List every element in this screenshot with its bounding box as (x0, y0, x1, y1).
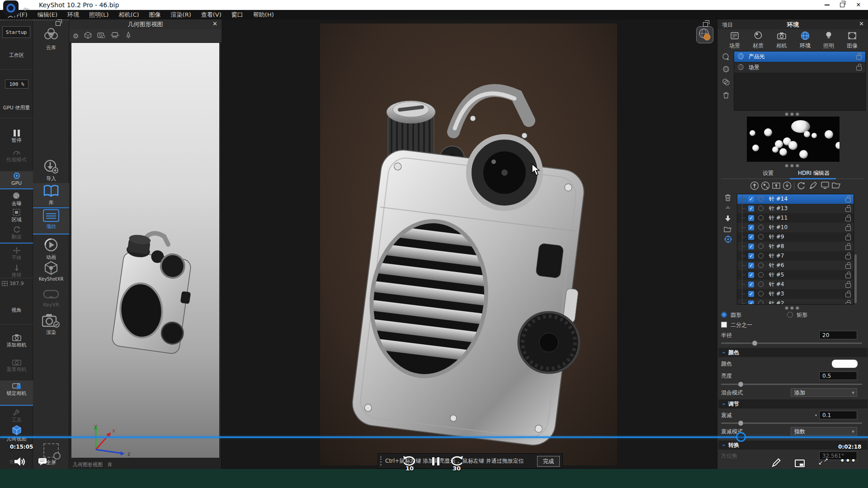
pin-radio[interactable] (758, 300, 764, 305)
tab-image[interactable]: 图像 (840, 31, 864, 50)
lock-icon[interactable] (845, 226, 851, 231)
gpu-mode-button[interactable]: GPU (0, 171, 33, 189)
dolly-button[interactable]: 推移 (0, 264, 33, 278)
move-pin-down-icon[interactable] (723, 215, 733, 225)
performance-mode-button[interactable]: 性能模式 (0, 149, 33, 163)
color-swatch[interactable] (832, 360, 858, 368)
close-panel-icon[interactable] (212, 20, 217, 27)
geometry-view-button[interactable]: 几何视图 (0, 425, 33, 442)
pause-button[interactable]: 暂停 (0, 130, 33, 144)
render-button[interactable]: 渲染 (33, 313, 69, 336)
video-progress-thumb[interactable] (736, 432, 746, 442)
pin-radio[interactable] (758, 196, 764, 202)
import-button[interactable]: 导入 (33, 160, 69, 182)
lock-icon[interactable] (845, 245, 851, 250)
tab-settings[interactable]: 设置 (763, 169, 774, 177)
menu-view[interactable]: 查看(V) (196, 11, 226, 19)
lock-icon[interactable] (856, 55, 862, 60)
pin-radio[interactable] (758, 263, 764, 268)
pin-checkbox[interactable] (748, 300, 754, 305)
geometry-viewport[interactable]: y x z (71, 43, 219, 458)
add-image-pin-icon[interactable] (772, 181, 781, 192)
tab-lighting[interactable]: 照明 (817, 31, 840, 50)
pin-checkbox[interactable] (748, 196, 754, 202)
denoise-button[interactable]: 去噪 (0, 192, 33, 207)
color-section-header[interactable]: 颜色 (718, 348, 868, 357)
pin-radio[interactable] (758, 234, 764, 239)
lock-icon[interactable] (856, 66, 862, 70)
lock-camera-button[interactable]: 锁定相机 (0, 380, 33, 406)
environment-library-icon[interactable] (721, 66, 731, 75)
environment-item-product-light[interactable]: 产品光 (734, 52, 865, 62)
lock-icon[interactable] (845, 283, 851, 288)
pin-checkbox[interactable] (748, 244, 754, 249)
tab-scene[interactable]: 场景 (723, 31, 746, 50)
tweak-hdri-icon[interactable] (809, 181, 818, 192)
shape-rect-radio[interactable]: 矩形 (787, 310, 807, 319)
skip-forward-button[interactable]: 30 (448, 455, 465, 472)
tab-library[interactable]: 库 (108, 462, 113, 468)
subtitle-button[interactable] (38, 458, 47, 467)
pin-radio[interactable] (758, 206, 764, 211)
keyvr-button[interactable]: KeyVR (33, 289, 69, 308)
lock-icon[interactable] (845, 302, 851, 305)
tab-material[interactable]: 材质 (746, 31, 770, 50)
menu-lighting[interactable]: 照明(L) (84, 11, 113, 19)
shape-circle-radio[interactable]: 圆形 (721, 312, 741, 318)
pin-checkbox[interactable] (748, 291, 754, 297)
pin-row-6[interactable]: 针 #6 (737, 261, 854, 270)
pin-row-8[interactable]: 针 #8 (737, 242, 854, 251)
lock-icon[interactable] (845, 293, 851, 297)
add-camera-button[interactable]: 添加相机 (0, 334, 33, 348)
tab-hdri-editor[interactable]: HDRI 编辑器 (798, 169, 830, 177)
pin-row-2[interactable]: 针 #2 (737, 299, 854, 305)
annotate-button[interactable] (771, 458, 781, 469)
splitter-handle[interactable]: ●●● (717, 163, 868, 168)
close-button[interactable] (852, 1, 865, 9)
move-pin-up-icon[interactable] (723, 205, 733, 215)
environment-item-scene[interactable]: 场景 (734, 62, 865, 73)
zoom-value-field[interactable]: 100 % (5, 80, 28, 89)
reset-dot-icon[interactable] (815, 414, 817, 416)
pin-checkbox[interactable] (748, 234, 754, 240)
delete-environment-icon[interactable] (721, 92, 731, 102)
settings-gear-icon[interactable]: ⚙ (73, 32, 79, 40)
tools-button[interactable]: 工具 (0, 409, 33, 423)
add-environment-icon[interactable] (721, 53, 731, 63)
minimize-button[interactable] (820, 1, 834, 9)
restore-button[interactable] (835, 1, 849, 9)
pan-button[interactable]: 平移 (0, 247, 33, 261)
tab-geometry-view[interactable]: 几何图形视图 (73, 462, 103, 468)
animation-button[interactable]: 动画 (33, 237, 69, 261)
pin-row-14[interactable]: 针 #14 (737, 194, 854, 204)
pin-checkbox[interactable] (748, 225, 754, 230)
brightness-input[interactable]: 0.5 (819, 371, 857, 380)
add-pin-icon[interactable] (750, 181, 759, 192)
realtime-viewport[interactable] (222, 19, 717, 469)
pin-checkbox[interactable] (748, 253, 754, 259)
pin-options-icon[interactable] (783, 181, 792, 192)
pin-radio[interactable] (758, 272, 764, 277)
save-hdri-icon[interactable] (821, 181, 830, 191)
half-checkbox-row[interactable]: 二分之一 (721, 320, 865, 329)
camera-dolly-icon[interactable] (111, 32, 120, 40)
locate-pin-icon[interactable] (723, 235, 733, 245)
pin-checkbox[interactable] (748, 272, 754, 278)
exit-fullscreen-button[interactable] (819, 459, 827, 468)
tab-camera[interactable]: 相机 (770, 31, 793, 50)
open-hdri-icon[interactable] (831, 181, 841, 191)
pin-row-5[interactable]: 针 #5 (737, 270, 854, 280)
lock-icon[interactable] (845, 207, 851, 212)
blend-mode-dropdown[interactable]: 添加 (791, 388, 857, 397)
falloff-mode-dropdown[interactable]: 指数 (791, 427, 857, 436)
perspective-cube-icon[interactable] (84, 32, 92, 41)
region-button[interactable]: 区域 (0, 209, 33, 223)
lock-icon[interactable] (845, 198, 851, 202)
library-button[interactable]: 库 (33, 183, 69, 208)
pin-checkbox[interactable] (748, 263, 754, 268)
pin-radio[interactable] (758, 215, 764, 221)
splitter-handle[interactable]: ●●● (717, 305, 868, 310)
menu-image[interactable]: 图像 (144, 11, 166, 19)
pin-row-4[interactable]: 针 #4 (737, 280, 854, 289)
radius-input[interactable]: 20 (819, 331, 857, 339)
